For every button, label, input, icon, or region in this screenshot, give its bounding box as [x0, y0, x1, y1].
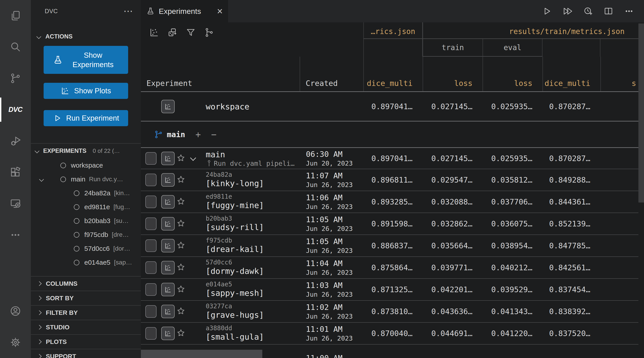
section-plots[interactable]: PLOTS — [31, 334, 141, 349]
subheader-train[interactable]: train — [422, 39, 482, 57]
tree-item-experiment[interactable]: ed9811e [fug… — [31, 200, 141, 214]
plot-button[interactable] — [161, 327, 175, 340]
circle-icon — [74, 204, 80, 210]
plot-button[interactable] — [161, 217, 175, 230]
tree-item-experiment[interactable]: 57d0cc6 [dor… — [31, 242, 141, 255]
tree-item-main[interactable]: main Run dvc.y… — [31, 172, 141, 186]
remove-branch-icon[interactable]: − — [211, 129, 216, 140]
experiments-section-header[interactable]: EXPERIMENTS 0 of 22 (… — [31, 143, 141, 158]
star-icon[interactable] — [176, 284, 186, 295]
horizontal-scrollbar[interactable] — [141, 350, 262, 358]
section-filter-by[interactable]: FILTER BY — [31, 305, 141, 320]
circle-icon — [74, 190, 80, 196]
column-eval-loss[interactable]: loss — [482, 57, 542, 91]
section-sort-by[interactable]: SORT BY — [31, 291, 141, 305]
plot-button[interactable] — [161, 261, 175, 274]
plots-icon[interactable] — [149, 27, 159, 38]
explorer-icon[interactable] — [0, 0, 31, 31]
star-icon[interactable] — [176, 197, 186, 207]
add-branch-icon[interactable]: + — [196, 129, 201, 140]
row-checkbox[interactable] — [145, 217, 156, 230]
row-checkbox[interactable] — [145, 174, 156, 186]
star-icon[interactable] — [176, 306, 186, 317]
actions-section-header[interactable]: ACTIONS — [31, 30, 141, 43]
tree-item-experiment[interactable]: 24ba82a [kin… — [31, 186, 141, 200]
source-control-icon[interactable] — [0, 63, 31, 94]
table-row-experiment[interactable]: 03277ca [grave-hugs] 11:02 AM Jun 26, 20… — [141, 301, 638, 323]
run-all-icon[interactable] — [562, 6, 572, 16]
run-and-debug-icon[interactable] — [0, 125, 31, 157]
show-plots-button[interactable]: Show Plots — [44, 83, 128, 99]
sidebar-more-actions-icon[interactable]: ⋯ — [124, 9, 133, 14]
remote-explorer-icon[interactable] — [0, 188, 31, 219]
star-icon[interactable] — [176, 240, 186, 251]
star-icon[interactable] — [176, 219, 186, 229]
run-icon[interactable] — [542, 6, 552, 16]
table-row-experiment[interactable]: a3880dd [small-gula] 11:01 AM Jun 26, 20… — [141, 323, 638, 344]
branches-icon[interactable] — [204, 27, 214, 38]
column-train-loss[interactable]: loss — [422, 57, 482, 91]
star-icon[interactable] — [176, 153, 186, 164]
metrics-file-left[interactable]: …rics.json — [363, 22, 422, 39]
close-icon[interactable]: × — [217, 8, 223, 15]
metrics-file-right[interactable]: results/train/metrics.json — [422, 22, 638, 39]
extensions-icon[interactable] — [0, 157, 31, 188]
columns-dice-icon[interactable] — [167, 27, 178, 38]
split-editor-icon[interactable] — [603, 6, 614, 16]
plot-button[interactable] — [161, 239, 175, 252]
account-icon[interactable] — [0, 295, 31, 327]
row-checkbox[interactable] — [145, 239, 156, 252]
row-checkbox[interactable] — [145, 152, 156, 165]
tab-experiments[interactable]: Experiments × — [141, 0, 228, 22]
queue-clock-icon[interactable] — [583, 6, 593, 16]
step-cell — [600, 235, 638, 256]
row-checkbox[interactable] — [145, 283, 156, 296]
more-views-icon[interactable] — [0, 219, 31, 251]
filter-icon[interactable] — [186, 27, 196, 38]
table-row-workspace[interactable]: workspace 0.897041… 0.027145… 0.025935… … — [141, 92, 638, 122]
plot-button[interactable] — [161, 283, 175, 296]
section-studio[interactable]: STUDIO — [31, 320, 141, 334]
table-row-experiment[interactable]: e014ae5 [sappy-mesh] 11:03 AM Jun 26, 20… — [141, 279, 638, 301]
star-icon[interactable] — [176, 175, 186, 185]
section-columns[interactable]: COLUMNS — [31, 276, 141, 291]
vertical-scrollbar[interactable] — [638, 24, 644, 202]
table-row-experiment[interactable]: 24ba82a [kinky-long] 11:07 AM Jun 26, 20… — [141, 169, 638, 191]
column-experiment[interactable]: Experiment — [141, 57, 300, 91]
row-checkbox[interactable] — [145, 261, 156, 274]
plot-button[interactable] — [161, 173, 175, 187]
dvc-view-icon[interactable]: DVC — [0, 94, 31, 125]
table-row-main[interactable]: main Run dvc.yaml pipeli… 06:30 AM Jun 2… — [141, 148, 638, 169]
column-dice-multi[interactable]: dice_multi — [363, 57, 422, 91]
tree-item-workspace[interactable]: workspace — [31, 158, 141, 172]
section-support[interactable]: SUPPORT — [31, 349, 141, 358]
row-checkbox[interactable] — [145, 196, 156, 208]
tree-item-experiment[interactable]: e014ae5 [sap… — [31, 255, 141, 269]
section-label: STUDIO — [46, 324, 70, 331]
column-created[interactable]: Created — [300, 57, 363, 91]
created-cell: 11:00 AM — [300, 344, 363, 358]
row-checkbox[interactable] — [145, 305, 156, 318]
more-actions-icon[interactable] — [624, 6, 634, 16]
chevron-down-icon[interactable] — [190, 155, 196, 161]
star-icon[interactable] — [176, 262, 186, 273]
plot-button[interactable] — [161, 195, 175, 209]
plot-button[interactable] — [161, 305, 175, 318]
settings-gear-icon[interactable] — [0, 327, 31, 358]
row-checkbox[interactable] — [145, 327, 156, 340]
subheader-eval[interactable]: eval — [482, 39, 542, 57]
column-dice-multi-2[interactable]: dice_multi — [542, 57, 600, 91]
run-experiment-button[interactable]: Run Experiment — [44, 110, 128, 126]
plot-button[interactable] — [161, 152, 175, 165]
search-icon[interactable] — [0, 31, 31, 63]
table-row-experiment[interactable]: b20bab3 [sudsy-rill] 11:05 AM Jun 26, 20… — [141, 213, 638, 235]
column-step[interactable]: s — [600, 57, 638, 91]
table-row-experiment[interactable]: 57d0cc6 [dormy-dawk] 11:04 AM Jun 26, 20… — [141, 257, 638, 279]
table-row-experiment[interactable]: ed9811e [fuggy-mine] 11:06 AM Jun 26, 20… — [141, 191, 638, 213]
plot-button[interactable] — [161, 100, 175, 113]
tree-item-experiment[interactable]: f975cdb [dre… — [31, 228, 141, 242]
show-experiments-button[interactable]: Show Experiments — [44, 46, 128, 74]
star-icon[interactable] — [176, 328, 186, 338]
tree-item-experiment[interactable]: b20bab3 [su… — [31, 214, 141, 228]
table-row-experiment[interactable]: f975cdb [drear-kail] 11:05 AM Jun 26, 20… — [141, 235, 638, 257]
